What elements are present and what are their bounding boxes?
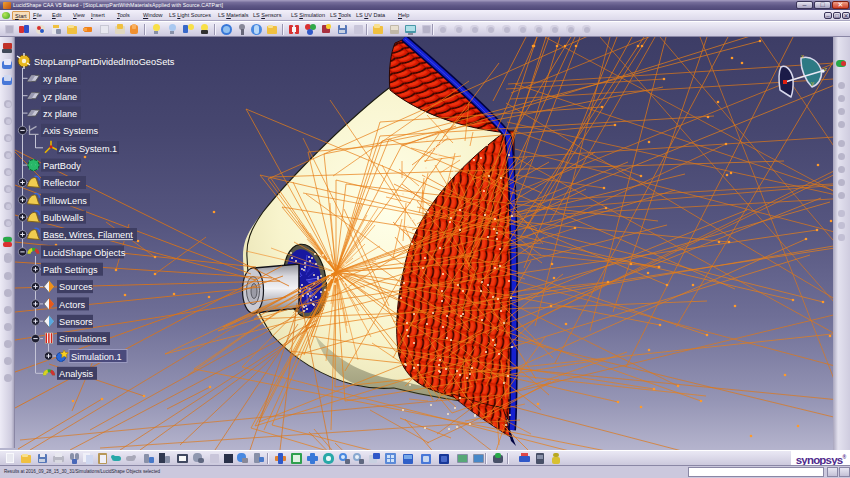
svg-text:Axis Systems: Axis Systems xyxy=(43,126,99,136)
svg-text:LucidShape Objects: LucidShape Objects xyxy=(43,248,126,258)
svg-text:Axis System.1: Axis System.1 xyxy=(59,144,117,154)
svg-text:Actors: Actors xyxy=(59,300,85,310)
svg-text:PartBody: PartBody xyxy=(43,161,81,171)
svg-text:StopLampPartDividedIntoGeoSets: StopLampPartDividedIntoGeoSets xyxy=(34,57,175,67)
svg-text:Sources: Sources xyxy=(59,282,93,292)
svg-text:PillowLens: PillowLens xyxy=(43,196,87,206)
svg-text:BulbWalls: BulbWalls xyxy=(43,213,84,223)
svg-text:Path Settings: Path Settings xyxy=(43,265,98,275)
svg-text:zx plane: zx plane xyxy=(43,109,77,119)
svg-text:xy plane: xy plane xyxy=(43,74,77,84)
svg-text:Analysis: Analysis xyxy=(59,369,94,379)
svg-text:Simulation.1: Simulation.1 xyxy=(71,352,122,362)
svg-text:Sensors: Sensors xyxy=(59,317,93,327)
svg-text:Simulations: Simulations xyxy=(59,334,107,344)
svg-text:yz plane: yz plane xyxy=(43,92,77,102)
svg-text:Base, Wires, Filament: Base, Wires, Filament xyxy=(43,230,133,240)
svg-text:Reflector: Reflector xyxy=(43,178,80,188)
